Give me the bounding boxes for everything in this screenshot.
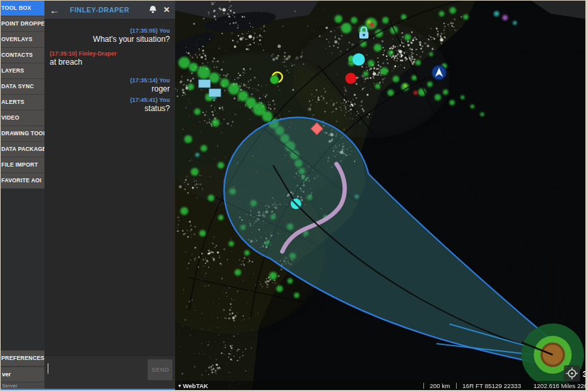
close-icon[interactable]: ✕ bbox=[163, 5, 170, 14]
mgrs-coordinates: 16R FT 85129 22333 bbox=[463, 382, 521, 389]
sidebar-item[interactable]: TOOL BOX bbox=[1, 1, 44, 16]
chat-message: (17:45:41) You status? bbox=[50, 97, 170, 113]
sidebar-item-preferences[interactable]: PREFERENCES bbox=[1, 350, 44, 367]
webtak-label: WebTAK bbox=[183, 382, 208, 389]
sidebar-item[interactable]: DRAWING TOOLS bbox=[1, 126, 44, 142]
sidebar-item[interactable]: ALERTS bbox=[1, 95, 44, 110]
sidebar-item[interactable]: DATA SYNC bbox=[1, 79, 44, 95]
chat-message-meta: (17:35:05) You bbox=[50, 27, 170, 34]
webtak-menu-caret-icon[interactable]: ▾ bbox=[178, 383, 181, 389]
sidebar-item[interactable]: POINT DROPPER bbox=[1, 16, 44, 32]
chat-input-bar: SEND bbox=[44, 355, 175, 390]
zoom-level-badge: 3 bbox=[583, 369, 585, 379]
locate-crosshair-button[interactable] bbox=[564, 365, 580, 382]
statusbar-separator bbox=[456, 383, 457, 389]
webtak-window: TOOL BOXPOINT DROPPEROVERLAYSCONTACTSLAY… bbox=[1, 1, 585, 390]
map-container: ▾ WebTAK 200 km 16R FT 85129 22333 1202.… bbox=[175, 1, 585, 390]
chat-message-text: What's your situation? bbox=[50, 35, 170, 44]
sidebar-item[interactable]: VIDEO bbox=[1, 110, 44, 126]
chat-panel: ← FINLEY-DRAPER ✕ (17:35:05) You What's … bbox=[44, 1, 175, 390]
sidebar: TOOL BOXPOINT DROPPEROVERLAYSCONTACTSLAY… bbox=[1, 1, 44, 390]
sidebar-item[interactable]: CONTACTS bbox=[1, 48, 44, 63]
chat-message-meta: (17:35:10) Finley-Draper bbox=[50, 50, 170, 57]
annotation-rect-2[interactable] bbox=[209, 89, 221, 97]
chat-message-list: (17:35:05) You What's your situation? (1… bbox=[44, 20, 175, 355]
range-bearing-readout: 1202.616 Miles 226. bbox=[533, 382, 585, 389]
track-point-marker[interactable] bbox=[291, 199, 301, 209]
nav-arrow-marker[interactable] bbox=[432, 65, 446, 80]
chat-header: ← FINLEY-DRAPER ✕ bbox=[44, 1, 175, 20]
chat-message: (17:35:14) You roger bbox=[50, 77, 170, 93]
chat-input[interactable] bbox=[47, 360, 145, 386]
server-name[interactable]: ver bbox=[1, 367, 44, 382]
statusbar-separator bbox=[423, 383, 424, 389]
map-status-bar: ▾ WebTAK 200 km 16R FT 85129 22333 1202.… bbox=[175, 381, 585, 390]
map-canvas[interactable] bbox=[175, 1, 585, 390]
sidebar-spacer bbox=[1, 189, 44, 350]
sidebar-item[interactable]: OVERLAYS bbox=[1, 32, 44, 48]
server-type-label: Server bbox=[1, 382, 44, 390]
chat-message-text: status? bbox=[50, 104, 170, 113]
crosshair-icon bbox=[564, 365, 580, 382]
back-arrow-icon[interactable]: ← bbox=[50, 5, 59, 15]
chat-message: (17:35:05) You What's your situation? bbox=[50, 27, 170, 44]
text-caret bbox=[48, 363, 48, 374]
map-scale-label: 200 km bbox=[430, 382, 450, 389]
sidebar-item[interactable]: DATA PACKAGES bbox=[1, 142, 44, 157]
annotation-rect-1[interactable] bbox=[199, 80, 210, 88]
notification-bell-icon[interactable] bbox=[148, 5, 158, 15]
sidebar-item[interactable]: FAVORITE AOI bbox=[1, 173, 44, 189]
chat-message: (17:35:10) Finley-Draper at breach bbox=[50, 50, 170, 67]
sidebar-item[interactable]: LAYERS bbox=[1, 63, 44, 79]
chat-message-text: roger bbox=[50, 84, 170, 93]
hostile-dot-marker[interactable] bbox=[346, 73, 357, 84]
chat-message-text: at breach bbox=[50, 57, 170, 67]
send-button[interactable]: SEND bbox=[148, 359, 172, 380]
sidebar-item[interactable]: FILE IMPORT bbox=[1, 157, 44, 173]
chat-message-meta: (17:45:41) You bbox=[50, 97, 170, 103]
chat-title: FINLEY-DRAPER bbox=[70, 6, 148, 14]
chat-message-meta: (17:35:14) You bbox=[50, 77, 170, 84]
